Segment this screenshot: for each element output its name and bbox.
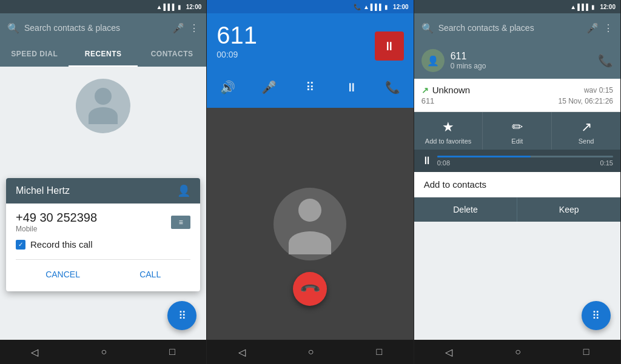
cancel-button[interactable]: Cancel (33, 267, 92, 282)
panel-dialer: ▲ ▌▌▌ ▮ 12:00 🔍 Search contacts & places… (0, 0, 207, 364)
active-call-content: 611 00:09 ⏸ 🔊 🎤 ⠿ ⏸ 📞 (207, 13, 413, 340)
end-call-button[interactable]: 📞 (293, 272, 327, 306)
recent-time: 0 mins ago (451, 62, 592, 70)
tab-contacts[interactable]: CONTACTS (138, 42, 206, 67)
recent-button-1[interactable]: □ (169, 346, 175, 357)
mic-icon-3[interactable]: 🎤 (586, 22, 599, 34)
audio-timeline[interactable]: 0:08 0:15 (437, 156, 613, 167)
back-button-3[interactable]: ◁ (445, 346, 452, 358)
add-contacts-button[interactable]: Add to contacts (414, 172, 620, 197)
phone-info: +49 30 252398 Mobile (16, 211, 97, 233)
contact-person-icon: 👤 (177, 184, 190, 197)
wifi-icon-1: ▲ (156, 4, 163, 10)
call-log-name: ↗ Unknown (421, 85, 471, 95)
nav-bar-1: ◁ ○ □ (0, 340, 206, 364)
search-placeholder-1[interactable]: Search contacts & places (24, 23, 167, 33)
mic-icon-1[interactable]: 🎤 (172, 22, 184, 34)
dialog-buttons: Cancel Call (16, 259, 190, 282)
status-icons-3: ▲ ▌▌▌ ▮ 12:00 (570, 4, 616, 10)
timeline-progress (437, 156, 531, 157)
panel-recents: ▲ ▌▌▌ ▮ 12:00 🔍 Search contacts & places… (414, 0, 621, 364)
call-log-duration: wav 0:15 (584, 86, 613, 94)
panel-active-call: 📞 ▲ ▌▌▌ ▮ 12:00 611 00:09 ⏸ 🔊 🎤 (207, 0, 414, 364)
battery-icon-1: ▮ (178, 4, 181, 10)
active-call-icon: 📞 (354, 4, 361, 10)
call-controls: 🔊 🎤 ⠿ ⏸ 📞 (207, 69, 413, 108)
callback-icon[interactable]: 📞 (598, 53, 613, 68)
status-icons-2: ▲ ▌▌▌ ▮ 12:00 (363, 4, 409, 10)
delete-button[interactable]: Delete (414, 197, 518, 222)
keypad-icon: ⠿ (306, 80, 315, 94)
tabs-1: SPEED DIAL RECENTS CONTACTS (0, 42, 206, 67)
tab-recents[interactable]: RECENTS (69, 42, 137, 67)
hold-icon: ⏸ (346, 81, 358, 94)
contact-name: Michel Hertz (16, 185, 70, 196)
search-placeholder-3[interactable]: Search contacts & places (438, 23, 582, 33)
hold-button[interactable]: ⏸ (340, 75, 364, 99)
call-log-row1: ↗ Unknown wav 0:15 (421, 85, 613, 95)
status-bar-2: 📞 ▲ ▌▌▌ ▮ 12:00 (207, 0, 413, 13)
speaker-icon: 🔊 (220, 80, 235, 94)
wifi-icon-2: ▲ (363, 4, 369, 10)
pause-button-header[interactable]: ⏸ (375, 31, 404, 61)
phone-row: +49 30 252398 Mobile ≡ (16, 211, 190, 233)
menu-icon-1[interactable]: ⋮ (189, 22, 199, 34)
battery-icon-2: ▮ (384, 4, 388, 10)
phone-type: Mobile (16, 225, 97, 233)
add-call-button[interactable]: 📞 (381, 75, 405, 99)
call-button[interactable]: Call (127, 267, 173, 282)
timeline-times: 0:08 0:15 (437, 159, 613, 167)
avatar-1 (76, 79, 130, 133)
home-button-3[interactable]: ○ (515, 346, 521, 357)
recent-avatar: 👤 (421, 49, 445, 72)
dialpad-fab-1[interactable]: ⠿ (167, 301, 196, 330)
phone-number: +49 30 252398 (16, 211, 97, 225)
timeline-bar (437, 156, 613, 157)
tab-speed-dial[interactable]: SPEED DIAL (0, 42, 69, 67)
record-checkbox[interactable]: ✓ (16, 240, 25, 250)
mute-button[interactable]: 🎤 (257, 75, 281, 99)
contact-name-row: Michel Hertz 👤 (6, 178, 200, 204)
speaker-button[interactable]: 🔊 (215, 75, 240, 99)
play-pause-button[interactable]: ⏸ (421, 154, 432, 167)
signal-icon-2: ▌▌▌ (371, 4, 383, 10)
back-button-1[interactable]: ◁ (31, 346, 38, 358)
end-call-icon: 📞 (299, 277, 321, 300)
signal-icon-3: ▌▌▌ (577, 4, 590, 10)
search-bar-3: 🔍 Search contacts & places 🎤 ⋮ (414, 13, 620, 42)
recent-button-2[interactable]: □ (376, 346, 382, 357)
send-button[interactable]: ↗ Send (552, 112, 620, 150)
share-icon: ↗ (581, 119, 592, 135)
message-icon[interactable]: ≡ (171, 216, 190, 229)
search-bar-1: 🔍 Search contacts & places 🎤 ⋮ (0, 13, 206, 42)
star-icon: ★ (442, 119, 454, 135)
recent-name: 611 (451, 51, 592, 62)
time-2: 12:00 (393, 4, 409, 10)
menu-icon-3[interactable]: ⋮ (603, 22, 613, 34)
keypad-button[interactable]: ⠿ (298, 75, 322, 99)
mute-icon: 🎤 (261, 80, 277, 94)
edit-button[interactable]: ✏ Edit (483, 112, 552, 150)
audio-player: ⏸ 0:08 0:15 (414, 150, 620, 172)
add-favorites-button[interactable]: ★ Add to favorites (414, 112, 483, 150)
keep-button[interactable]: Keep (517, 197, 620, 222)
time-3: 12:00 (600, 4, 616, 10)
pause-icon-header: ⏸ (383, 39, 395, 53)
outgoing-arrow-icon: ↗ (421, 85, 429, 95)
recent-avatar-icon: 👤 (427, 55, 439, 67)
call-log-row2: 611 15 Nov, 06:21:26 (421, 96, 613, 105)
home-button-2[interactable]: ○ (308, 346, 314, 357)
call-header: 611 00:09 ⏸ (207, 13, 413, 69)
dialpad-fab-3[interactable]: ⠿ (582, 301, 611, 330)
call-dialog: Michel Hertz 👤 +49 30 252398 Mobile ≡ ✓ … (6, 178, 200, 291)
back-button-2[interactable]: ◁ (238, 346, 246, 358)
home-button-1[interactable]: ○ (101, 346, 107, 357)
call-icon-status: 📞 (354, 4, 361, 10)
recent-button-3[interactable]: □ (583, 346, 589, 357)
delete-keep-row: Delete Keep (414, 197, 620, 222)
status-bar-1: ▲ ▌▌▌ ▮ 12:00 (0, 0, 206, 13)
dialpad-icon-1: ⠿ (178, 309, 186, 322)
call-avatar (274, 188, 346, 260)
edit-label: Edit (511, 137, 523, 145)
time-1: 12:00 (186, 4, 202, 10)
